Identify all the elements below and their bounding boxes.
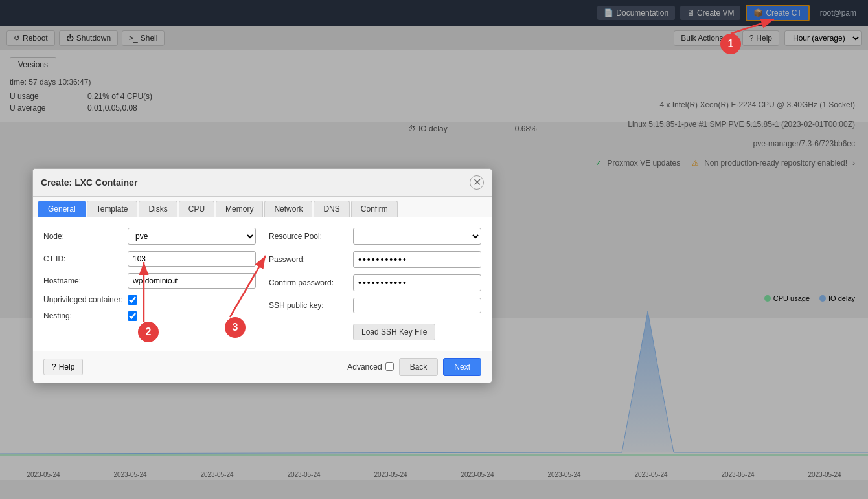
resource-pool-row: Resource Pool: <box>269 228 481 245</box>
node-label: Node: <box>43 232 128 241</box>
unprivileged-checkbox[interactable] <box>128 295 137 305</box>
ct-id-label: CT ID: <box>43 254 128 263</box>
help-circle-icon: ? <box>52 362 56 371</box>
footer-help-button[interactable]: ? Help <box>43 359 83 375</box>
ssh-key-row: SSH public key: <box>269 298 481 313</box>
node-select[interactable]: pve <box>128 228 256 245</box>
tab-dns[interactable]: DNS <box>314 201 349 217</box>
footer-right: Advanced Back Next <box>347 358 481 376</box>
confirm-password-input[interactable] <box>353 274 481 291</box>
nesting-checkbox[interactable] <box>128 311 137 321</box>
tab-general[interactable]: General <box>38 201 86 217</box>
next-button[interactable]: Next <box>443 358 481 376</box>
dialog-header: Create: LXC Container ✕ <box>33 169 492 197</box>
dialog-close-button[interactable]: ✕ <box>470 175 484 190</box>
password-input[interactable] <box>353 251 481 268</box>
unprivileged-label: Unprivileged container: <box>43 295 128 304</box>
ct-id-input[interactable] <box>128 251 256 267</box>
confirm-password-row: Confirm password: <box>269 274 481 291</box>
hostname-input[interactable] <box>128 273 256 289</box>
tab-template[interactable]: Template <box>87 201 138 217</box>
password-label: Password: <box>269 255 353 264</box>
unprivileged-row: Unprivileged container: <box>43 295 256 305</box>
dialog-tabs: General Template Disks CPU Memory Networ… <box>33 197 492 217</box>
ssh-key-input[interactable] <box>353 298 481 313</box>
tab-cpu[interactable]: CPU <box>179 201 214 217</box>
dialog-title: Create: LXC Container <box>41 177 137 188</box>
back-button[interactable]: Back <box>399 358 439 376</box>
dialog-right-col: Resource Pool: Password: Confirm passwor… <box>269 228 481 340</box>
nesting-label: Nesting: <box>43 311 128 320</box>
load-ssh-button[interactable]: Load SSH Key File <box>353 324 435 340</box>
hostname-row: Hostname: <box>43 273 256 289</box>
dialog-footer: ? Help Advanced Back Next <box>33 351 492 383</box>
annotation-2: 2 <box>138 322 159 342</box>
hostname-label: Hostname: <box>43 276 128 285</box>
dialog-body: Node: pve CT ID: Hostname: <box>33 217 492 351</box>
tab-confirm[interactable]: Confirm <box>351 201 398 217</box>
ssh-key-label: SSH public key: <box>269 301 353 310</box>
nesting-row: Nesting: <box>43 311 256 321</box>
password-row: Password: <box>269 251 481 268</box>
node-row: Node: pve <box>43 228 256 245</box>
confirm-password-label: Confirm password: <box>269 278 353 287</box>
create-lxc-dialog: Create: LXC Container ✕ General Template… <box>32 168 492 383</box>
ct-id-row: CT ID: <box>43 251 256 267</box>
annotation-3: 3 <box>225 317 246 338</box>
footer-left: ? Help <box>43 359 83 375</box>
resource-pool-label: Resource Pool: <box>269 232 353 241</box>
resource-pool-select[interactable] <box>353 228 481 245</box>
tab-network[interactable]: Network <box>264 201 312 217</box>
tab-memory[interactable]: Memory <box>216 201 263 217</box>
advanced-section: Advanced <box>347 362 393 371</box>
advanced-checkbox[interactable] <box>385 362 394 371</box>
tab-disks[interactable]: Disks <box>139 201 177 217</box>
annotation-1: 1 <box>720 34 741 54</box>
load-ssh-container: Load SSH Key File <box>353 320 481 340</box>
dialog-overlay: Create: LXC Container ✕ General Template… <box>0 0 868 499</box>
